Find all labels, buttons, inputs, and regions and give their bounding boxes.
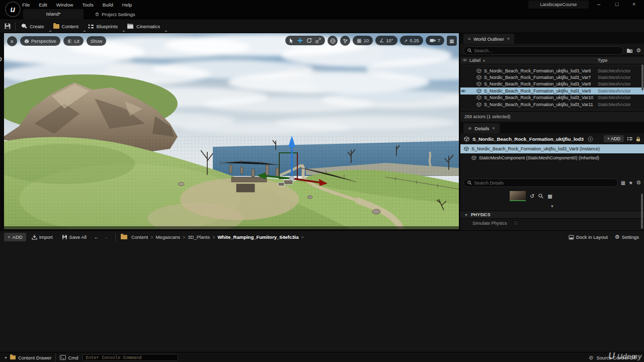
maximize-viewport-button[interactable]: ▦	[447, 36, 457, 46]
menu-edit[interactable]: Edit	[39, 2, 47, 8]
outliner-row[interactable]: S_Nordic_Beach_Rock_Formation_uktjfiu_lo…	[460, 101, 644, 108]
details-scrollbar[interactable]	[641, 194, 643, 229]
breadcrumb-item[interactable]: Content	[131, 234, 148, 240]
convert-actor-icon[interactable]	[588, 136, 593, 142]
actor-label: S_Nordic_Beach_Rock_Formation_uktjfiu_lo…	[484, 95, 593, 100]
actor-label: S_Nordic_Beach_Rock_Formation_uktjfiu_lo…	[484, 88, 591, 94]
details-component-row[interactable]: StaticMeshComponent (StaticMeshComponent…	[460, 153, 644, 162]
browse-to-asset-icon[interactable]	[538, 194, 543, 199]
lock-icon[interactable]	[636, 136, 640, 142]
outliner-row[interactable]: S_Nordic_Beach_Rock_Formation_uktjfiu_lo…	[460, 67, 644, 74]
menu-build[interactable]: Build	[103, 2, 113, 8]
details-search[interactable]	[463, 178, 618, 187]
camera-icon	[430, 38, 436, 43]
breadcrumb-item[interactable]: 3D_Plants	[188, 234, 210, 240]
level-viewport[interactable]	[4, 33, 459, 229]
surface-snapping-button[interactable]	[340, 36, 350, 46]
grid-snap-button[interactable]: ▦ 10	[353, 36, 373, 45]
mesh-actor-icon	[476, 81, 481, 86]
menu-window[interactable]: Window	[56, 2, 73, 8]
use-selected-icon[interactable]: ↺	[530, 193, 534, 200]
menu-tools[interactable]: Tools	[82, 2, 93, 8]
actor-label: S_Nordic_Beach_Rock_Formation_uktjfiu_lo…	[484, 81, 591, 86]
actor-cube-icon	[464, 136, 469, 142]
maximize-button[interactable]: □	[610, 0, 624, 9]
content-button[interactable]: Content	[49, 19, 83, 33]
outliner-row[interactable]: S_Nordic_Beach_Rock_Formation_uktjfiu_lo…	[460, 74, 644, 80]
transform-tools-group	[285, 36, 325, 45]
select-tool-icon[interactable]	[289, 38, 294, 43]
cb-import-button[interactable]: Import	[28, 233, 56, 241]
world-space-toggle[interactable]	[328, 36, 338, 46]
breadcrumb-item[interactable]: White_Ramping_Fumitory_ti4efc3ia	[217, 234, 298, 240]
lit-mode-button[interactable]: Lit	[63, 36, 84, 46]
details-search-input[interactable]	[474, 180, 614, 186]
display-filter-icon[interactable]: ▦	[621, 180, 625, 186]
physics-section-header[interactable]: ▼ PHYSICS	[460, 211, 644, 219]
scale-snap-button[interactable]: ↗ 0.25	[400, 36, 423, 45]
create-folder-icon[interactable]	[626, 48, 633, 53]
close-outliner-icon[interactable]: ×	[507, 36, 510, 41]
create-button[interactable]: Create	[17, 19, 48, 33]
tab-details[interactable]: ≑ Details ×	[463, 123, 500, 133]
tab-project-settings[interactable]: Project Settings	[95, 9, 135, 19]
details-settings-icon[interactable]: ⚙	[636, 179, 641, 186]
outliner-footer: 259 actors (1 selected)	[460, 111, 644, 122]
cb-add-button[interactable]: + ADD	[4, 233, 26, 241]
perspective-button[interactable]: Perspective	[20, 36, 60, 46]
right-dock: ≡ World Outliner × ⚙ Label ▲ Type S_Nord…	[460, 33, 644, 229]
rotate-tool-icon[interactable]	[306, 38, 312, 43]
rotation-snap-button[interactable]: ∠ 10°	[375, 36, 397, 45]
scale-tool-icon[interactable]	[315, 38, 321, 43]
visibility-eye-icon[interactable]	[460, 89, 466, 93]
add-component-button[interactable]: + ADD	[604, 135, 624, 142]
outliner-scrollbar[interactable]	[641, 64, 643, 90]
actor-type: StaticMeshActor	[598, 102, 644, 107]
udemy-watermark: U Udemy	[608, 351, 642, 361]
save-level-icon[interactable]	[4, 23, 11, 30]
favorites-icon[interactable]: ★	[628, 180, 633, 186]
outliner-settings-icon[interactable]: ⚙	[636, 47, 641, 54]
blueprint-edit-icon[interactable]	[627, 136, 633, 141]
viewport-options-icon[interactable]: ≡	[7, 36, 17, 46]
outliner-row[interactable]: S_Nordic_Beach_Rock_Formation_uktjfiu_lo…	[460, 87, 644, 94]
breadcrumb-item[interactable]: Megascans	[155, 234, 180, 240]
details-instance-row[interactable]: S_Nordic_Beach_Rock_Formation_uktjfiu_lo…	[460, 144, 644, 153]
close-details-icon[interactable]: ×	[493, 126, 495, 131]
tab-world-outliner[interactable]: ≡ World Outliner ×	[463, 34, 514, 44]
unreal-logo-icon[interactable]: u	[5, 2, 21, 17]
camera-speed-button[interactable]: 7	[426, 36, 444, 45]
menu-bar: FileEditWindowToolsBuildHelp	[22, 0, 132, 9]
cmd-selector[interactable]: Cmd	[60, 355, 78, 360]
dock-in-layout-button[interactable]: Dock in Layout	[569, 234, 608, 240]
move-tool-icon[interactable]	[297, 38, 303, 43]
static-mesh-thumbnail[interactable]	[510, 191, 526, 201]
outliner-column-headers[interactable]: Label ▲ Type	[460, 57, 644, 64]
cb-settings-button[interactable]: ⚙ Settings	[615, 234, 639, 240]
minimize-button[interactable]: –	[592, 0, 606, 9]
show-menu-button[interactable]: Show	[87, 36, 107, 46]
nav-back-icon[interactable]: ←	[92, 233, 100, 241]
expand-advanced-icon[interactable]: ▼	[460, 204, 644, 209]
content-drawer-button[interactable]: ▼ Content Drawer	[4, 355, 51, 360]
blueprints-button[interactable]: Blueprints	[84, 19, 122, 33]
search-icon	[467, 180, 472, 185]
simulate-physics-row: Simulate Physics	[460, 219, 644, 228]
close-button[interactable]: ×	[627, 0, 641, 9]
breadcrumb-separator-icon: >	[301, 235, 303, 240]
console-command-input[interactable]	[83, 354, 178, 361]
nav-forward-icon[interactable]: →	[102, 233, 110, 241]
outliner-row[interactable]: S_Nordic_Beach_Rock_Formation_uktjfiu_lo…	[460, 95, 644, 101]
outliner-row-list: S_Nordic_Beach_Rock_Formation_uktjfiu_lo…	[460, 64, 644, 111]
cinematics-button[interactable]: Cinematics	[123, 19, 164, 33]
outliner-search-input[interactable]	[474, 48, 620, 53]
outliner-search[interactable]	[463, 46, 623, 55]
simulate-physics-checkbox[interactable]	[513, 220, 519, 226]
sort-arrow-icon[interactable]: ▲	[482, 59, 486, 62]
tab-island[interactable]: Island*	[23, 9, 84, 19]
menu-help[interactable]: Help	[122, 2, 132, 8]
menu-file[interactable]: File	[22, 2, 30, 8]
mesh-options-icon[interactable]: ▩	[547, 194, 552, 199]
cb-save-all-button[interactable]: Save All	[58, 233, 90, 241]
outliner-row[interactable]: S_Nordic_Beach_Rock_Formation_uktjfiu_lo…	[460, 81, 644, 87]
